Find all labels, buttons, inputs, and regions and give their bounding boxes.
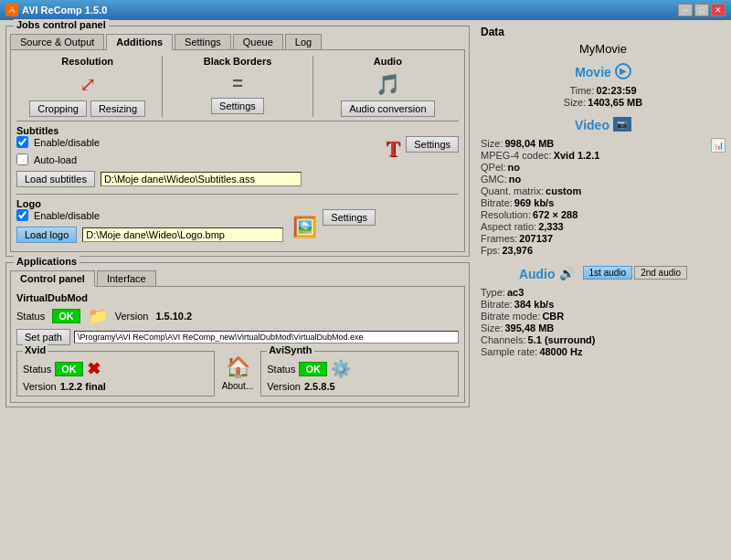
subtitles-section: Subtitles Enable/disable Auto-load bbox=[16, 125, 459, 190]
maximize-button[interactable]: □ bbox=[694, 4, 709, 16]
left-panel: Jobs control panel Source & Output Addit… bbox=[0, 20, 475, 560]
video-resolution-row: Resolution: 672 × 288 bbox=[481, 209, 707, 220]
video-qpel-value: no bbox=[508, 162, 520, 173]
vdm-icon: 📁 bbox=[88, 306, 108, 326]
avisynth-icon: ⚙️ bbox=[331, 359, 351, 379]
logo-label: Logo bbox=[16, 198, 41, 209]
audio-sample-rate-value: 48000 Hz bbox=[539, 346, 582, 357]
tab-additions[interactable]: Additions bbox=[106, 34, 173, 50]
app-title: AVI ReComp 1.5.0 bbox=[22, 5, 107, 16]
audio-size-value: 395,48 MB bbox=[504, 322, 554, 333]
audio-channels-value: 5.1 (surround) bbox=[528, 334, 596, 345]
video-quant-value: custom bbox=[546, 185, 581, 196]
audio-tab-2[interactable]: 2nd audio bbox=[634, 266, 687, 280]
resolution-section: Resolution ⤢ Cropping Resizing bbox=[16, 56, 158, 117]
avisynth-label: AviSynth bbox=[267, 344, 313, 355]
movie-time-row: Time: 02:23:59 bbox=[481, 85, 726, 96]
logo-enable-checkbox[interactable] bbox=[16, 209, 28, 221]
avisynth-group: AviSynth Status OK ⚙️ Version 2.5.8.5 bbox=[260, 351, 459, 396]
subtitles-label: Subtitles bbox=[16, 125, 58, 136]
xvid-cross-icon: ✖ bbox=[87, 359, 101, 379]
video-bitrate-value: 969 kb/s bbox=[514, 197, 554, 208]
load-logo-button[interactable]: Load logo bbox=[16, 227, 77, 243]
video-frames-row: Frames: 207137 bbox=[481, 233, 707, 244]
video-quant-row: Quant. matrix: custom bbox=[481, 185, 707, 196]
video-aspect-value: 2,333 bbox=[538, 221, 564, 232]
video-size-row: Size: 998,04 MB bbox=[481, 138, 707, 149]
applications-title: Applications bbox=[14, 256, 79, 267]
video-bitrate-row: Bitrate: 969 kb/s bbox=[481, 197, 707, 208]
movie-name: MyMovie bbox=[481, 42, 726, 56]
video-aspect-row: Aspect ratio: 2,333 bbox=[481, 221, 707, 232]
title-bar-buttons: – □ ✕ bbox=[678, 4, 726, 16]
minimize-button[interactable]: – bbox=[678, 4, 693, 16]
audio-bitrate-mode-row: Bitrate mode: CBR bbox=[481, 311, 726, 322]
audio-channels-row: Channels: 5.1 (surround) bbox=[481, 334, 726, 345]
virtualdubmod-label: VirtualDubMod bbox=[16, 292, 459, 303]
subtitles-enable-checkbox[interactable] bbox=[16, 136, 28, 148]
xvid-version-value: 1.2.2 final bbox=[60, 381, 106, 392]
subtitles-autoload-label: Auto-load bbox=[34, 154, 77, 165]
video-qpel-row: QPel: no bbox=[481, 162, 707, 173]
xvid-group: Xvid Status OK ✖ Version 1.2.2 final bbox=[16, 351, 215, 396]
logo-icon: 🖼️ bbox=[292, 216, 317, 239]
data-panel: Data MyMovie Movie ▶ Time: 02:23:59 Size… bbox=[475, 20, 731, 560]
avisynth-status-label: Status bbox=[267, 364, 295, 375]
audio-size-row: Size: 395,48 MB bbox=[481, 322, 726, 333]
tab-log[interactable]: Log bbox=[285, 34, 322, 50]
audio-icon: 🎵 bbox=[376, 73, 400, 97]
audio-conversion-button[interactable]: Audio conversion bbox=[341, 100, 434, 117]
resolution-label: Resolution bbox=[61, 56, 113, 67]
vdm-version-label: Version bbox=[115, 311, 149, 322]
divider-2 bbox=[313, 56, 313, 117]
video-icon: 📷 bbox=[613, 117, 631, 132]
audio-sample-rate-row: Sample rate: 48000 Hz bbox=[481, 346, 726, 357]
vdm-path-input[interactable]: \Programy\AVI ReComp\AVI ReComp_new\Virt… bbox=[74, 331, 459, 343]
xvid-status-value: OK bbox=[55, 362, 83, 376]
logo-settings-button[interactable]: Settings bbox=[323, 209, 376, 226]
load-subtitles-button[interactable]: Load subtitles bbox=[16, 171, 95, 187]
cropping-button[interactable]: Cropping bbox=[29, 100, 87, 117]
subtitles-autoload-checkbox[interactable] bbox=[16, 153, 28, 165]
subtitles-enable-label: Enable/disable bbox=[34, 137, 100, 148]
video-resolution-value: 672 × 288 bbox=[533, 209, 577, 220]
set-path-button[interactable]: Set path bbox=[16, 329, 70, 345]
black-borders-settings-button[interactable]: Settings bbox=[211, 98, 264, 114]
subtitles-settings-button[interactable]: Settings bbox=[406, 136, 459, 153]
audio-bitrate-value: 384 kb/s bbox=[514, 299, 554, 310]
xvid-label: Xvid bbox=[23, 344, 48, 355]
avisynth-status-value: OK bbox=[299, 362, 327, 376]
logo-path-input[interactable]: D:\Moje dane\Wideo\Logo.bmp bbox=[82, 227, 283, 242]
video-gmc-row: GMC: no bbox=[481, 174, 707, 185]
about-label[interactable]: About... bbox=[222, 381, 253, 391]
xvid-status-label: Status bbox=[23, 364, 51, 375]
audio-tab-1[interactable]: 1st audio bbox=[583, 266, 633, 280]
tab-queue[interactable]: Queue bbox=[233, 34, 283, 50]
black-borders-section: Black Borders = Settings bbox=[166, 56, 308, 114]
chart-icon[interactable]: 📊 bbox=[711, 138, 726, 153]
movie-size-value: 1403,65 MB bbox=[588, 97, 642, 108]
xvid-version-label: Version bbox=[23, 381, 57, 392]
movie-time-value: 02:23:59 bbox=[597, 85, 637, 96]
jobs-tabs: Source & Output Additions Settings Queue… bbox=[10, 34, 465, 50]
vdm-status-label: Status bbox=[16, 311, 45, 322]
tab-settings[interactable]: Settings bbox=[175, 34, 231, 50]
tab-source-output[interactable]: Source & Output bbox=[10, 34, 104, 50]
subtitles-path-input[interactable]: D:\Moje dane\Wideo\Subtitles.ass bbox=[101, 172, 302, 186]
video-codec-value: Xvid 1.2.1 bbox=[554, 150, 600, 161]
resolution-icon: ⤢ bbox=[79, 73, 96, 97]
movie-size-row: Size: 1403,65 MB bbox=[481, 97, 726, 108]
title-bar: A AVI ReComp 1.5.0 – □ ✕ bbox=[0, 0, 731, 20]
audio-bitrate-mode-value: CBR bbox=[542, 311, 564, 322]
jobs-panel-title: Jobs control panel bbox=[14, 19, 109, 30]
video-fps-value: 23,976 bbox=[502, 245, 533, 256]
additions-tab-content: Resolution ⤢ Cropping Resizing Black Bor… bbox=[10, 49, 465, 252]
logo-enable-label: Enable/disable bbox=[34, 210, 100, 221]
video-size-value: 998,04 MB bbox=[504, 138, 554, 149]
tab-control-panel[interactable]: Control panel bbox=[10, 270, 95, 287]
tab-interface[interactable]: Interface bbox=[97, 270, 156, 287]
avisynth-version-value: 2.5.8.5 bbox=[304, 381, 335, 392]
close-button[interactable]: ✕ bbox=[711, 4, 726, 16]
video-codec-row: MPEG-4 codec: Xvid 1.2.1 bbox=[481, 150, 707, 161]
resizing-button[interactable]: Resizing bbox=[90, 100, 145, 117]
